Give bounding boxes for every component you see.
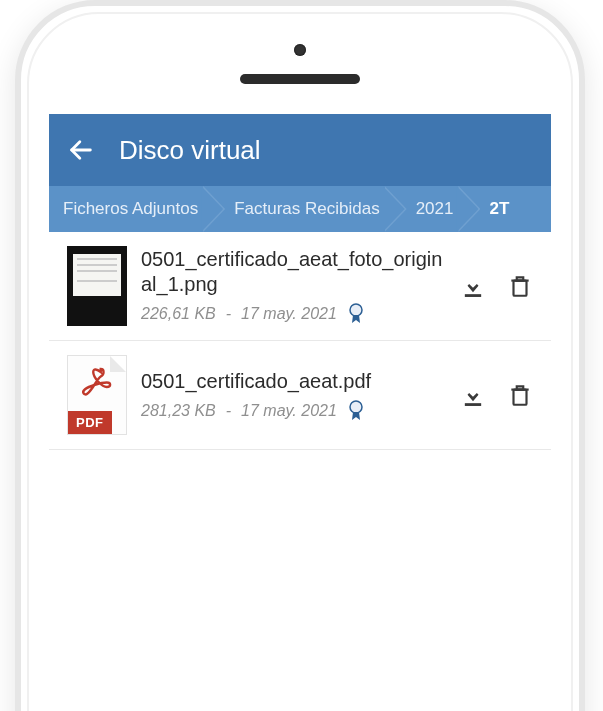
svg-rect-5 [465, 403, 481, 406]
svg-rect-6 [514, 390, 527, 405]
breadcrumb: Ficheros Adjuntos Facturas Recibidas 202… [49, 186, 551, 232]
meta-separator: - [226, 402, 231, 420]
delete-button[interactable] [507, 272, 533, 300]
file-thumbnail-image [67, 246, 127, 326]
breadcrumb-label: 2T [489, 199, 509, 219]
file-name: 0501_certificado_aeat.pdf [141, 369, 445, 394]
file-actions [459, 272, 533, 300]
breadcrumb-label: Facturas Recibidas [234, 199, 380, 219]
svg-rect-2 [465, 294, 481, 297]
file-thumbnail-pdf: PDF [67, 355, 127, 435]
file-size: 226,61 KB [141, 305, 216, 323]
file-row[interactable]: 0501_certificado_aeat_foto_original_1.pn… [49, 232, 551, 341]
svg-point-4 [350, 401, 362, 413]
download-button[interactable] [459, 272, 487, 300]
download-icon [459, 381, 487, 409]
file-actions [459, 381, 533, 409]
arrow-left-icon [67, 136, 95, 164]
app-screen: Disco virtual Ficheros Adjuntos Facturas… [49, 114, 551, 711]
pdf-badge: PDF [68, 411, 112, 434]
svg-point-1 [350, 304, 362, 316]
file-row[interactable]: PDF 0501_certificado_aeat.pdf 281,23 KB … [49, 341, 551, 450]
phone-inner: Disco virtual Ficheros Adjuntos Facturas… [27, 12, 573, 711]
file-size: 281,23 KB [141, 402, 216, 420]
phone-camera-dot [294, 44, 306, 56]
file-info: 0501_certificado_aeat_foto_original_1.pn… [141, 247, 445, 325]
file-name: 0501_certificado_aeat_foto_original_1.pn… [141, 247, 445, 297]
file-meta: 226,61 KB - 17 may. 2021 [141, 303, 445, 325]
trash-icon [507, 381, 533, 409]
file-list: 0501_certificado_aeat_foto_original_1.pn… [49, 232, 551, 450]
page-title: Disco virtual [119, 135, 261, 166]
trash-icon [507, 272, 533, 300]
file-info: 0501_certificado_aeat.pdf 281,23 KB - 17… [141, 369, 445, 422]
breadcrumb-item[interactable]: Facturas Recibidas [212, 186, 394, 232]
certified-badge-icon [347, 303, 365, 325]
breadcrumb-label: 2021 [416, 199, 454, 219]
file-meta: 281,23 KB - 17 may. 2021 [141, 400, 445, 422]
breadcrumb-item[interactable]: Ficheros Adjuntos [49, 186, 212, 232]
back-button[interactable] [67, 136, 95, 164]
breadcrumb-label: Ficheros Adjuntos [63, 199, 198, 219]
pdf-logo-icon [79, 366, 115, 402]
download-button[interactable] [459, 381, 487, 409]
svg-rect-3 [514, 281, 527, 296]
certified-badge-icon [347, 400, 365, 422]
download-icon [459, 272, 487, 300]
meta-separator: - [226, 305, 231, 323]
file-date: 17 may. 2021 [241, 402, 337, 420]
delete-button[interactable] [507, 381, 533, 409]
file-date: 17 may. 2021 [241, 305, 337, 323]
app-header: Disco virtual [49, 114, 551, 186]
phone-frame: Disco virtual Ficheros Adjuntos Facturas… [15, 0, 585, 711]
phone-speaker-slot [240, 74, 360, 84]
